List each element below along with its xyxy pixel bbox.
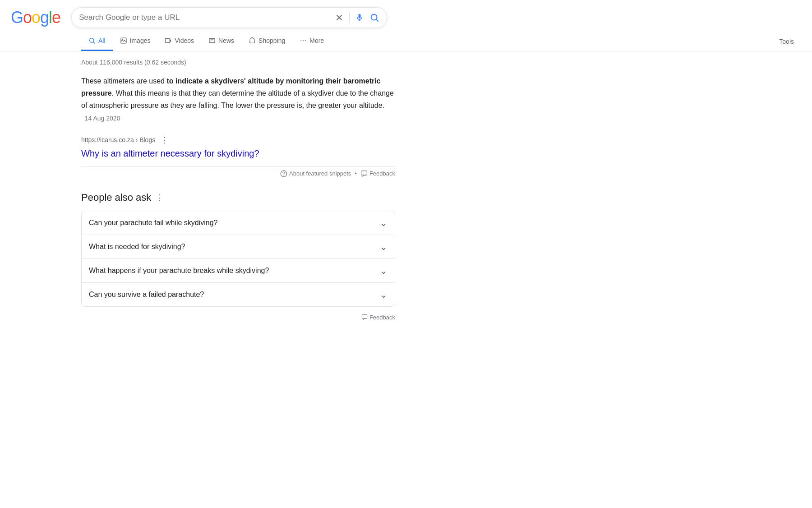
bottom-feedback-link[interactable]: Feedback — [361, 314, 395, 321]
tab-images[interactable]: Images — [113, 32, 158, 51]
microphone-icon — [355, 12, 364, 23]
tab-shopping-label: Shopping — [258, 37, 285, 44]
tab-videos[interactable]: Videos — [157, 32, 201, 51]
about-snippets-link[interactable]: About featured snippets — [280, 170, 351, 177]
svg-rect-15 — [362, 315, 367, 319]
logo-letter-e: e — [52, 8, 60, 27]
dot-separator: • — [355, 170, 357, 177]
clear-button[interactable] — [335, 13, 344, 22]
logo-letter-o2: o — [32, 8, 40, 27]
tab-videos-label: Videos — [175, 37, 194, 44]
tab-news-label: News — [218, 37, 234, 44]
source-url-row: https://icarus.co.za › Blogs ⋮ — [81, 133, 395, 147]
paa-item-4: Can you survive a failed parachute? ⌄ — [81, 282, 395, 307]
close-icon — [335, 13, 344, 22]
paa-question-3-text: What happens if your parachute breaks wh… — [89, 267, 269, 275]
snippet-footer: About featured snippets • Feedback — [81, 170, 395, 177]
tab-all-label: All — [98, 37, 106, 44]
svg-point-10 — [303, 40, 304, 41]
tab-more[interactable]: More — [292, 32, 331, 51]
search-bar: why do you need an altimeter when skydiv… — [71, 7, 387, 28]
logo-letter-g: G — [11, 8, 23, 27]
paa-item-2: What is needed for skydiving? ⌄ — [81, 235, 395, 259]
tab-news[interactable]: News — [201, 32, 241, 51]
snippet-date: 14 Aug 2020 — [81, 115, 120, 122]
paa-item-1: Can your parachute fail while skydiving?… — [81, 211, 395, 235]
chevron-down-icon-1: ⌄ — [380, 217, 388, 228]
paa-item-3: What happens if your parachute breaks wh… — [81, 259, 395, 283]
feedback-link[interactable]: Feedback — [360, 170, 395, 177]
paa-question-4[interactable]: Can you survive a failed parachute? ⌄ — [82, 283, 395, 306]
tab-tools-label: Tools — [779, 38, 794, 45]
bottom-feedback-icon — [361, 314, 368, 320]
snippet-text-after: . What this means is that they can deter… — [81, 89, 394, 109]
logo-letter-g2: g — [40, 8, 49, 27]
bottom-feedback-label: Feedback — [369, 314, 395, 321]
result-link[interactable]: Why is an altimeter necessary for skydiv… — [81, 148, 395, 159]
svg-rect-6 — [209, 38, 215, 42]
snippet-text: These altimeters are used to indicate a … — [81, 75, 395, 124]
images-tab-icon — [120, 37, 127, 44]
svg-point-11 — [305, 40, 306, 41]
paa-question-4-text: Can you survive a failed parachute? — [89, 291, 204, 299]
logo-letter-o1: o — [23, 8, 32, 27]
search-icon — [369, 13, 379, 23]
search-tab-icon — [88, 37, 96, 44]
paa-title: People also ask — [81, 192, 151, 203]
search-divider — [349, 12, 350, 23]
paa-header: People also ask ⋮ — [81, 192, 395, 203]
help-icon — [280, 170, 287, 177]
search-input[interactable]: why do you need an altimeter when skydiv… — [79, 13, 331, 22]
voice-search-button[interactable] — [355, 12, 364, 23]
about-snippets-label: About featured snippets — [289, 170, 351, 177]
feedback-label: Feedback — [369, 170, 395, 177]
tab-all[interactable]: All — [81, 32, 113, 51]
more-tab-icon — [300, 37, 307, 44]
snippet-divider — [81, 166, 395, 166]
paa-question-1[interactable]: Can your parachute fail while skydiving?… — [82, 211, 395, 235]
tab-tools[interactable]: Tools — [772, 32, 801, 51]
header: Google why do you need an altimeter when… — [0, 0, 812, 28]
paa-question-3[interactable]: What happens if your parachute breaks wh… — [82, 259, 395, 282]
tab-images-label: Images — [130, 37, 151, 44]
people-also-ask: People also ask ⋮ Can your parachute fai… — [81, 192, 395, 307]
google-logo[interactable]: Google — [11, 8, 60, 27]
svg-point-13 — [283, 175, 284, 175]
source-url-text: https://icarus.co.za › Blogs — [81, 136, 155, 143]
svg-rect-14 — [361, 171, 367, 175]
paa-question-2-text: What is needed for skydiving? — [89, 243, 185, 251]
main-content: About 116,000 results (0.62 seconds) The… — [0, 51, 406, 332]
featured-snippet: These altimeters are used to indicate a … — [81, 75, 395, 177]
shopping-tab-icon — [249, 37, 256, 44]
news-tab-icon — [208, 37, 216, 44]
tab-more-label: More — [309, 37, 324, 44]
chevron-down-icon-4: ⌄ — [380, 289, 388, 300]
svg-rect-4 — [166, 38, 170, 42]
chevron-down-icon-3: ⌄ — [380, 265, 388, 276]
videos-tab-icon — [165, 37, 172, 44]
snippet-text-before: These altimeters are used — [81, 77, 166, 85]
svg-point-9 — [301, 40, 302, 41]
bottom-feedback: Feedback — [81, 314, 395, 321]
paa-question-2[interactable]: What is needed for skydiving? ⌄ — [82, 235, 395, 259]
nav-tabs: All Images Videos News Shopping — [0, 32, 812, 51]
paa-options-button[interactable]: ⋮ — [156, 193, 164, 203]
chevron-down-icon-2: ⌄ — [380, 241, 388, 252]
search-icons — [335, 12, 379, 23]
paa-question-1-text: Can your parachute fail while skydiving? — [89, 219, 217, 227]
search-button[interactable] — [369, 13, 379, 23]
paa-list: Can your parachute fail while skydiving?… — [81, 211, 395, 307]
results-info: About 116,000 results (0.62 seconds) — [81, 59, 395, 66]
feedback-icon — [360, 170, 368, 177]
source-options-button[interactable]: ⋮ — [159, 133, 171, 147]
tab-shopping[interactable]: Shopping — [241, 32, 292, 51]
